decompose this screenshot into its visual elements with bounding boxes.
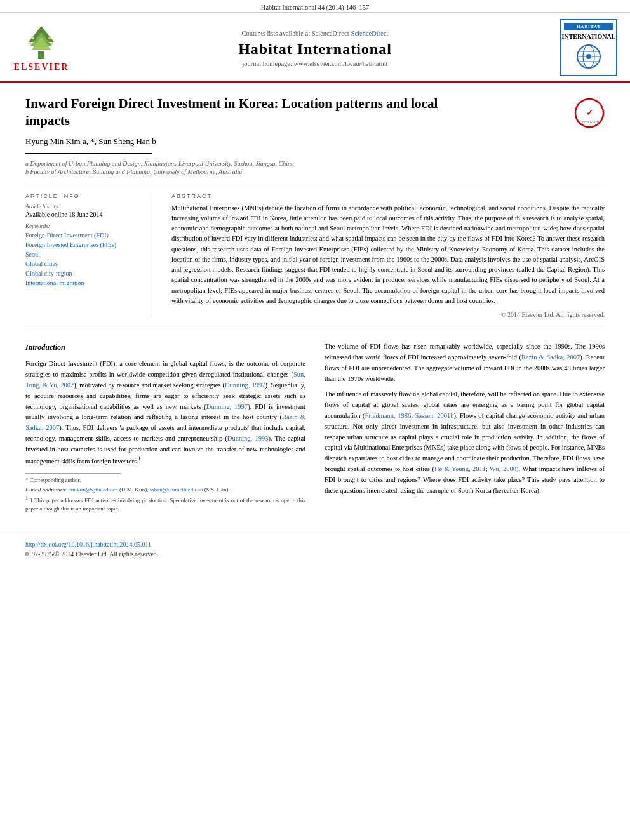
- ref-dunning-1993[interactable]: Dunning, 1993: [227, 435, 269, 442]
- copyright-line: © 2014 Elsevier Ltd. All rights reserved…: [171, 311, 605, 318]
- crossmark-badge: ✓ CrossMark: [574, 98, 605, 131]
- elsevier-logo: ELSEVIER: [13, 23, 70, 72]
- intro-para-2: The volume of FDI flows has risen remark…: [325, 342, 605, 384]
- habitat-logo-title-text: INTERNATIONAL: [562, 33, 616, 40]
- contents-available-text: Contents lists available at ScienceDirec…: [241, 30, 349, 37]
- introduction-heading: Introduction: [25, 342, 305, 354]
- footnote-1: 1 1 This paper addresses FDI activities …: [25, 495, 305, 512]
- ref-friedmann[interactable]: Friedmann, 1986: [365, 412, 412, 419]
- keyword-global-city-region[interactable]: Global city-region: [25, 270, 72, 277]
- email-label: E-mail addresses:: [25, 486, 68, 493]
- email-hm-kim[interactable]: hm.kim@xjtlu.edu.cn: [68, 486, 118, 493]
- elsevier-name: ELSEVIER: [14, 62, 69, 72]
- footnote-email: E-mail addresses: hm.kim@xjtlu.edu.cn (H…: [25, 486, 305, 494]
- svg-rect-0: [38, 51, 44, 59]
- article-history-label: Article history:: [25, 203, 142, 210]
- abstract-label: ABSTRACT: [171, 193, 605, 199]
- article-title: Inward Foreign Direct Investment in Kore…: [25, 95, 457, 130]
- svg-point-6: [29, 42, 32, 44]
- abstract-col: ABSTRACT Multinational Enterprises (MNEs…: [171, 193, 605, 319]
- keywords-label: Keywords:: [25, 223, 142, 229]
- svg-point-13: [586, 54, 591, 59]
- svg-point-7: [51, 42, 53, 44]
- keyword-intl-migration[interactable]: International migration: [25, 279, 84, 286]
- article-content: ✓ CrossMark Inward Foreign Direct Invest…: [0, 83, 630, 526]
- svg-point-5: [48, 37, 51, 39]
- journal-citation-text: Habitat International 44 (2014) 146–157: [261, 4, 369, 11]
- journal-center-info: Contents lists available at ScienceDirec…: [70, 29, 560, 67]
- journal-homepage: journal homepage: www.elsevier.com/locat…: [70, 60, 560, 67]
- affiliation-b: b Faculty of Architecture, Building and …: [25, 168, 605, 175]
- abstract-text: Multinational Enterprises (MNEs) decide …: [171, 203, 605, 307]
- crossmark-icon: ✓ CrossMark: [574, 98, 605, 128]
- ref-dunning-1997a[interactable]: Dunning, 1997: [225, 382, 265, 389]
- article-available-online: Available online 18 June 2014: [25, 211, 142, 218]
- journal-citation-bar: Habitat International 44 (2014) 146–157: [0, 0, 630, 13]
- article-info-label: ARTICLE INFO: [25, 193, 142, 199]
- habitat-logo-top-text: HABITAT: [564, 23, 613, 30]
- ref-wu-2000[interactable]: Wu, 2000: [490, 465, 516, 472]
- ref-sassen[interactable]: Sassen, 2001b: [415, 412, 454, 419]
- science-direct-link[interactable]: ScienceDirect: [351, 30, 389, 37]
- authors-line: Hyung Min Kim a, *, Sun Sheng Han b: [25, 137, 605, 147]
- journal-title: Habitat International: [70, 41, 560, 58]
- article-info-col: ARTICLE INFO Article history: Available …: [25, 193, 152, 319]
- svg-text:CrossMark: CrossMark: [579, 119, 600, 124]
- body-col-right: The volume of FDI flows has risen remark…: [325, 342, 605, 514]
- intro-para-1: Foreign Direct Investment (FDI), a core …: [25, 359, 305, 466]
- svg-point-4: [32, 37, 34, 39]
- doi-link[interactable]: http://dx.doi.org/10.1016/j.habitatint.2…: [25, 541, 151, 548]
- affiliation-divider: [25, 153, 152, 154]
- footnote-corresponding: * Corresponding author.: [25, 476, 305, 484]
- issn-line: 0197-3975/© 2014 Elsevier Ltd. All right…: [25, 550, 605, 557]
- intro-para-3: The influence of massively flowing globa…: [325, 389, 605, 496]
- ref-razin-sadka[interactable]: Razin & Sadka, 2007: [25, 413, 305, 431]
- ref-dunning-1997b[interactable]: Dunning, 1997: [206, 403, 248, 410]
- bottom-bar: http://dx.doi.org/10.1016/j.habitatint.2…: [0, 533, 630, 564]
- keyword-seoul[interactable]: Seoul: [25, 251, 40, 258]
- journal-header: ELSEVIER Contents lists available at Sci…: [0, 13, 630, 83]
- elsevier-tree-icon: [19, 23, 64, 61]
- affiliation-a: a Department of Urban Planning and Desig…: [25, 160, 605, 167]
- author-names: Hyung Min Kim a, *, Sun Sheng Han b: [25, 137, 156, 146]
- keyword-fies[interactable]: Foreign Invested Enterprises (FIEs): [25, 241, 116, 248]
- body-col-left: Introduction Foreign Direct Investment (…: [25, 342, 305, 514]
- email-sshan[interactable]: sshan@unimelb.edu.au: [150, 486, 203, 493]
- ref-razin-sadka-2[interactable]: Razin & Sadka, 2007: [521, 354, 580, 361]
- science-direct-line: Contents lists available at ScienceDirec…: [70, 29, 560, 38]
- article-info-abstract: ARTICLE INFO Article history: Available …: [25, 185, 605, 319]
- title-section: ✓ CrossMark Inward Foreign Direct Invest…: [25, 95, 605, 130]
- keywords-list: Foreign Direct Investment (FDI) Foreign …: [25, 230, 142, 288]
- svg-text:✓: ✓: [586, 108, 593, 117]
- body-two-col: Introduction Foreign Direct Investment (…: [25, 342, 605, 514]
- habitat-international-logo: HABITAT INTERNATIONAL: [560, 19, 617, 76]
- keyword-global-cities[interactable]: Global cities: [25, 260, 58, 267]
- habitat-globe-icon: [576, 44, 601, 69]
- footnote-divider: [25, 473, 121, 474]
- ref-he-yeung[interactable]: He & Yeung, 2011: [434, 465, 486, 472]
- main-section-divider: [25, 330, 605, 330]
- keyword-fdi[interactable]: Foreign Direct Investment (FDI): [25, 232, 109, 239]
